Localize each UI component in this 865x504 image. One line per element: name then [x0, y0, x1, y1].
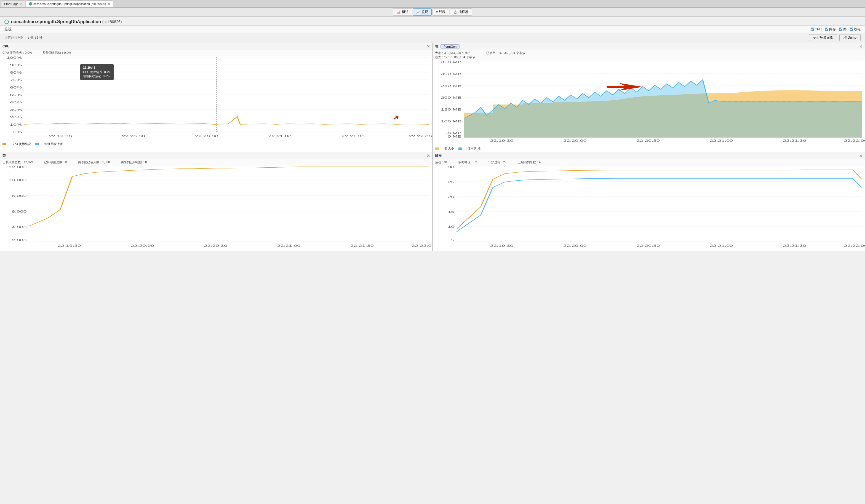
svg-text:15: 15	[448, 210, 454, 213]
svg-text:22:20:30: 22:20:30	[195, 135, 218, 138]
svg-text:2,000: 2,000	[12, 239, 26, 242]
gc-button[interactable]: 执行垃圾回收	[809, 34, 837, 41]
svg-text:22:20:00: 22:20:00	[563, 139, 587, 142]
class-unloaded-stat: 已卸载的总数：0	[44, 160, 67, 164]
svg-text:300 MB: 300 MB	[441, 72, 462, 75]
svg-text:22:21:30: 22:21:30	[783, 244, 806, 247]
tab-app-label: com.atshuo.springdb.SpringDbApplication …	[33, 2, 106, 5]
monitor-checkboxes: CPU 内存 类 线程	[811, 27, 861, 32]
action-buttons: 执行垃圾回收 堆 Dump	[809, 34, 861, 41]
svg-text:22:19:30: 22:19:30	[48, 135, 72, 138]
checkbox-cpu[interactable]: CPU	[811, 27, 822, 31]
thread-stats: 活动：31 实时峰值：32 守护进程：27 已启动的总数：45	[433, 159, 865, 165]
class-panel: 类 ✕ 已装入的总数：12,879 已卸载的总数：0 共享的已装入数：1,320…	[0, 152, 432, 251]
svg-marker-46	[607, 83, 643, 91]
cpu-chart-svg: 100% 90% 80% 70% 60% 50% 40% 30% 20% 10%…	[0, 56, 432, 139]
heap-used-stat: 已使用：160,368,704 个字节	[486, 51, 525, 59]
checkbox-cpu-label: CPU	[815, 27, 822, 31]
thread-icon: ≡	[436, 10, 438, 14]
tab-start-close[interactable]: ✕	[20, 2, 22, 5]
svg-text:20: 20	[448, 196, 454, 199]
checkbox-thread[interactable]: 线程	[850, 27, 861, 32]
toolbar-sampler-btn[interactable]: 🔬 抽样器	[450, 8, 472, 16]
svg-text:12,000: 12,000	[8, 166, 26, 169]
svg-text:22:20:30: 22:20:30	[637, 139, 660, 142]
checkbox-memory[interactable]: 内存	[825, 27, 836, 32]
thread-panel-close[interactable]: ✕	[859, 154, 863, 158]
legend-cpu-label: CPU 使用情况	[12, 142, 31, 146]
cpu-panel-title: CPU	[2, 44, 9, 48]
svg-text:90%: 90%	[10, 64, 22, 67]
checkbox-memory-input[interactable]	[825, 27, 828, 31]
svg-text:22:20:00: 22:20:00	[563, 244, 587, 247]
tab-start[interactable]: Start Page ✕	[1, 1, 25, 7]
thread-chart-svg: 30 25 20 15 10 5 22:19:30 22:20:00 22:20…	[433, 165, 865, 248]
svg-text:22:21:00: 22:21:00	[710, 244, 733, 247]
checkbox-thread-input[interactable]	[850, 27, 853, 31]
heap-panel-title: 堆	[435, 44, 438, 49]
cpu-gc-stat: 垃圾回收活动：0.0%	[43, 51, 71, 55]
toolbar-thread-btn[interactable]: ≡ 线程	[432, 8, 449, 16]
svg-text:22:20:00: 22:20:00	[122, 135, 145, 138]
app-title: com.atshuo.springdb.SpringDbApplication …	[11, 19, 122, 24]
svg-text:10: 10	[448, 225, 454, 228]
tab-start-label: Start Page	[4, 2, 19, 5]
svg-text:22:22:00: 22:22:00	[844, 139, 865, 142]
heap-stats: 大小：335,544,320 个字节 最大：17,179,869,184 个字节…	[433, 50, 865, 60]
svg-text:350 MB: 350 MB	[441, 61, 462, 64]
svg-text:80%: 80%	[10, 71, 22, 74]
svg-text:50%: 50%	[10, 93, 22, 96]
app-header: com.atshuo.springdb.SpringDbApplication …	[0, 16, 865, 26]
monitor-bar: 监视 CPU 内存 类 线程	[0, 26, 865, 33]
toolbar-overview-btn[interactable]: 📊 概述	[393, 8, 412, 16]
svg-text:22:22:00: 22:22:00	[844, 244, 865, 247]
thread-panel-title: 线程	[435, 153, 442, 158]
checkbox-thread-label: 线程	[854, 27, 861, 32]
svg-text:0%: 0%	[13, 131, 22, 134]
heap-panel-close[interactable]: ✕	[859, 44, 863, 49]
svg-text:22:21:00: 22:21:00	[277, 244, 301, 247]
svg-text:22:22:00: 22:22:00	[408, 135, 432, 138]
legend-cpu-color	[2, 142, 7, 146]
legend-heap-used-label: 使用的 堆	[468, 146, 481, 151]
cpu-chart-body: 100% 90% 80% 70% 60% 50% 40% 30% 20% 10%…	[0, 56, 432, 141]
toolbar-monitor-btn[interactable]: 📈 监视	[413, 8, 432, 16]
class-shared-loaded-stat: 共享的已装入数：1,320	[78, 160, 110, 164]
legend-heap-used-color	[459, 147, 463, 150]
charts-grid: CPU ✕ CPU 使用情况：0.0% 垃圾回收活动：0.0% 100% 90%…	[0, 43, 865, 251]
class-chart-svg: 12,000 10,000 8,000 6,000 4,000 2,000 22…	[0, 165, 432, 248]
thread-active-stat: 活动：31	[435, 160, 447, 164]
class-panel-close[interactable]: ✕	[427, 154, 430, 158]
monitor-label: 监视	[422, 10, 428, 14]
tab-app[interactable]: com.atshuo.springdb.SpringDbApplication …	[26, 1, 113, 7]
svg-text:22:21:00: 22:21:00	[710, 139, 733, 142]
svg-text:60%: 60%	[10, 86, 22, 89]
checkbox-class-input[interactable]	[839, 27, 842, 31]
svg-text:250 MB: 250 MB	[441, 84, 462, 87]
svg-text:22:20:30: 22:20:30	[204, 244, 228, 247]
svg-text:22:19:30: 22:19:30	[490, 244, 514, 247]
class-panel-title: 类	[2, 153, 6, 158]
permgen-tab[interactable]: PermGen	[440, 44, 460, 49]
overview-label: 概述	[402, 10, 408, 14]
svg-text:22:22:00: 22:22:00	[412, 244, 432, 247]
heap-panel: 堆 PermGen ✕ 大小：335,544,320 个字节 最大：17,179…	[432, 43, 865, 152]
checkbox-cpu-input[interactable]	[811, 27, 814, 31]
dump-button[interactable]: 堆 Dump	[839, 34, 861, 41]
monitor-section-title: 监视	[4, 27, 12, 32]
svg-text:150 MB: 150 MB	[441, 108, 462, 111]
thread-panel: 线程 ✕ 活动：31 实时峰值：32 守护进程：27 已启动的总数：45 30 …	[432, 152, 865, 251]
heap-chart-body: 350 MB 300 MB 250 MB 200 MB 150 MB 100 M…	[433, 60, 865, 146]
tab-app-close[interactable]: ✕	[108, 2, 110, 5]
monitor-icon: 📈	[416, 10, 420, 14]
cpu-usage-stat: CPU 使用情况：0.0%	[2, 51, 32, 55]
svg-text:4,000: 4,000	[12, 226, 26, 229]
thread-chart-body: 30 25 20 15 10 5 22:19:30 22:20:00 22:20…	[433, 165, 865, 251]
svg-text:22:21:30: 22:21:30	[350, 244, 374, 247]
svg-text:50 MB: 50 MB	[445, 132, 462, 135]
checkbox-class[interactable]: 类	[839, 27, 846, 32]
overview-icon: 📊	[397, 10, 401, 14]
svg-text:30%: 30%	[10, 108, 22, 112]
svg-text:40%: 40%	[10, 101, 22, 104]
cpu-panel-close[interactable]: ✕	[427, 44, 430, 48]
